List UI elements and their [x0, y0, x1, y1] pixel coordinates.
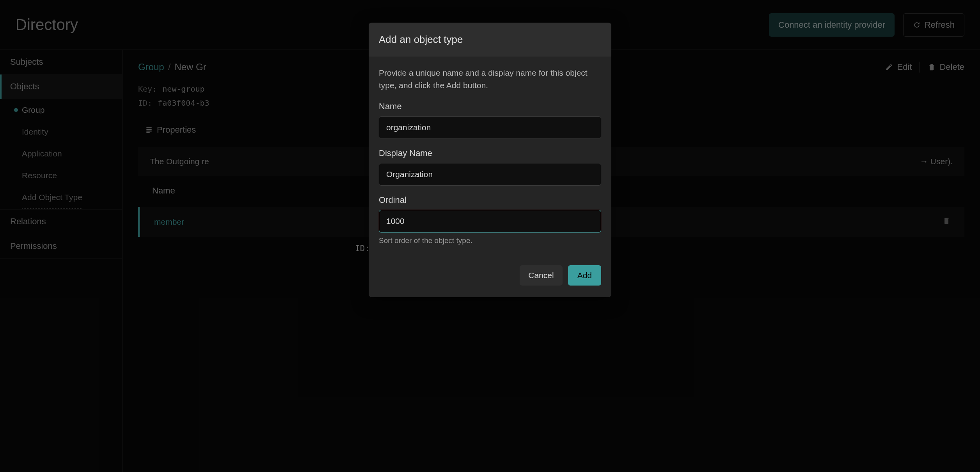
modal-overlay[interactable]: Add an object type Provide a unique name…: [0, 0, 980, 472]
name-input[interactable]: [379, 116, 601, 139]
display-name-input[interactable]: [379, 163, 601, 186]
ordinal-input[interactable]: [379, 210, 601, 232]
add-object-type-modal: Add an object type Provide a unique name…: [369, 23, 611, 297]
add-button[interactable]: Add: [568, 265, 601, 286]
ordinal-label: Ordinal: [379, 195, 601, 205]
modal-title: Add an object type: [369, 23, 611, 57]
ordinal-help: Sort order of the object type.: [379, 236, 601, 245]
cancel-button[interactable]: Cancel: [520, 265, 562, 286]
display-name-label: Display Name: [379, 148, 601, 158]
modal-description: Provide a unique name and a display name…: [379, 67, 601, 91]
name-label: Name: [379, 101, 601, 112]
